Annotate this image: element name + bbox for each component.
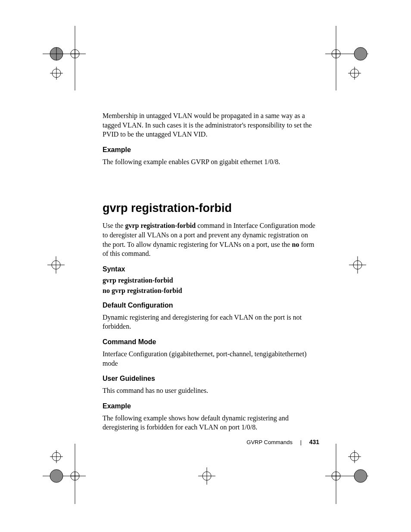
footer-separator: |: [300, 439, 302, 445]
main-desc-bold: gvrp registration-forbid: [125, 222, 196, 229]
example1-heading: Example: [103, 146, 318, 154]
example2-heading: Example: [103, 402, 318, 410]
registration-mark-icon: [345, 256, 371, 274]
syntax-line2: no gvrp registration-forbid: [103, 287, 318, 295]
registration-mark-icon: [325, 26, 368, 90]
command-mode-text: Interface Configuration (gigabitethernet…: [103, 349, 318, 368]
footer-label: GVRP Commands: [246, 439, 293, 445]
intro-paragraph: Membership in untagged VLAN would be pro…: [103, 111, 318, 139]
main-description: Use the gvrp registration-forbid command…: [103, 221, 318, 258]
command-mode-heading: Command Mode: [103, 338, 318, 346]
registration-mark-icon: [43, 444, 86, 508]
svg-point-34: [50, 470, 63, 482]
svg-point-43: [354, 470, 367, 482]
main-desc-bold2: no: [292, 241, 299, 248]
main-desc-pre: Use the: [103, 222, 125, 229]
user-guidelines-text: This command has no user guidelines.: [103, 386, 318, 395]
page-footer: GVRP Commands | 431: [246, 439, 319, 445]
syntax-line1: gvrp registration-forbid: [103, 277, 318, 284]
registration-mark-icon: [194, 467, 220, 485]
registration-mark-icon: [43, 256, 69, 274]
default-config-text: Dynamic registering and deregistering fo…: [103, 313, 318, 331]
page-content: Membership in untagged VLAN would be pro…: [103, 111, 318, 438]
example1-text: The following example enables GVRP on gi…: [103, 157, 318, 167]
user-guidelines-heading: User Guidelines: [103, 375, 318, 383]
default-config-heading: Default Configuration: [103, 302, 318, 309]
example2-text: The following example shows how default …: [103, 414, 318, 432]
syntax-heading: Syntax: [103, 265, 318, 273]
registration-mark-icon: [325, 444, 368, 508]
footer-page-number: 431: [309, 439, 319, 445]
svg-point-16: [354, 47, 367, 60]
registration-mark-icon: [43, 26, 86, 90]
main-heading: gvrp registration-forbid: [103, 202, 318, 215]
